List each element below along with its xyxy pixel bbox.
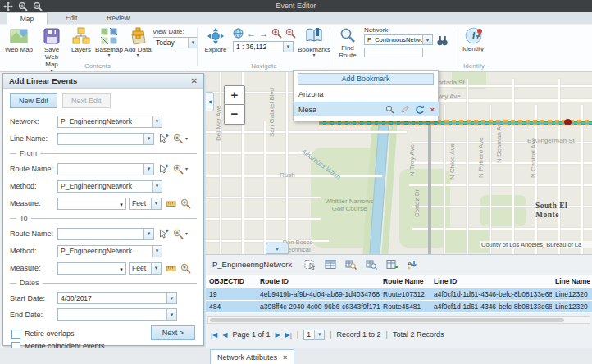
collapse-left-panel-button[interactable] — [206, 92, 214, 111]
page-select[interactable]: 1 — [303, 330, 325, 340]
dropdown-caret-icon[interactable] — [166, 293, 176, 303]
to-measure-unit-select[interactable]: Feet — [129, 262, 162, 275]
next-extent-icon[interactable]: → — [259, 29, 268, 39]
dropdown-caret-icon[interactable] — [143, 229, 153, 239]
table-row[interactable]: 19 4eb9419b-af9b-4d04-ab69-1d403476802b … — [206, 288, 592, 300]
measure-icon[interactable] — [166, 263, 176, 274]
select-on-map-icon[interactable] — [158, 134, 169, 144]
bookmark-item-arizona[interactable]: Arizona — [294, 88, 439, 101]
view-date-select[interactable]: Today — [153, 37, 198, 48]
zoom-out-tool-icon[interactable] — [285, 28, 296, 39]
pan-to-selected-icon[interactable] — [366, 259, 377, 270]
dropdown-caret-icon[interactable] — [422, 35, 432, 44]
globe-icon[interactable] — [233, 28, 244, 39]
dropdown-caret-icon[interactable] — [117, 264, 125, 273]
horizontal-scrollbar[interactable] — [207, 316, 590, 324]
zoom-to-selected-icon[interactable] — [345, 259, 357, 270]
layers-button[interactable]: Layers — [69, 27, 93, 53]
add-data-button[interactable]: Add Data ▾ — [123, 27, 153, 57]
select-on-map-icon[interactable] — [158, 229, 169, 239]
dropdown-caret-icon[interactable]: ▾ — [185, 232, 188, 236]
attribute-table: OBJECTID Route ID Route Name Line ID Lin… — [206, 275, 592, 313]
to-method-select[interactable]: P_EngineeringNetwork — [57, 245, 162, 257]
to-measure-input[interactable] — [57, 262, 126, 275]
from-measure-unit-select[interactable]: Feet — [129, 198, 162, 210]
scrollbar-thumb[interactable] — [210, 318, 564, 322]
column-header[interactable]: Line ID — [430, 275, 552, 288]
select-on-map-icon[interactable] — [158, 164, 169, 175]
close-icon[interactable]: ✕ — [191, 77, 198, 85]
network-select[interactable]: P_ContinuousNetwork — [364, 34, 433, 45]
refresh-bookmark-icon[interactable] — [415, 105, 425, 115]
dropdown-caret-icon[interactable]: ▾ — [185, 137, 188, 141]
collapse-bottom-panel-button[interactable] — [266, 243, 289, 254]
sort-records-icon[interactable]: A — [407, 259, 418, 270]
to-route-name-select[interactable] — [57, 228, 154, 240]
from-route-name-select[interactable] — [57, 163, 154, 175]
column-header[interactable]: Route Name — [380, 275, 430, 288]
dropdown-caret-icon[interactable] — [314, 330, 324, 339]
explore-button[interactable]: Explore — [202, 27, 230, 53]
measure-icon[interactable] — [166, 198, 176, 209]
first-page-icon[interactable]: |◀ — [211, 331, 217, 339]
dropdown-caret-icon[interactable] — [283, 42, 293, 52]
table-row[interactable]: 484 a398ff4c-2940-4c00-96b6-c6343f9f1711… — [206, 300, 592, 312]
end-date-input[interactable] — [57, 308, 177, 321]
next-button[interactable]: Next > — [151, 325, 195, 340]
basemap-button[interactable]: Basemap ▾ — [95, 27, 123, 57]
tab-map[interactable]: Map — [7, 12, 48, 25]
dropdown-caret-icon[interactable] — [166, 309, 176, 320]
dropdown-caret-icon[interactable] — [117, 199, 125, 208]
map-zoom-out-button[interactable]: − — [224, 105, 245, 125]
dropdown-caret-icon[interactable] — [143, 164, 153, 175]
web-map-button[interactable]: Web Map — [3, 27, 34, 53]
zoom-to-route-icon[interactable] — [173, 164, 184, 175]
checkbox-icon[interactable] — [11, 330, 20, 339]
add-bookmark-button[interactable]: Add Bookmark — [298, 73, 434, 85]
attribute-table-icon[interactable] — [325, 259, 336, 270]
zoom-to-bookmark-icon[interactable] — [385, 105, 394, 114]
close-tab-icon[interactable] — [283, 353, 287, 362]
next-edit-button[interactable]: Next Edit — [62, 93, 111, 108]
from-method-select[interactable]: P_EngineeringNetwork — [57, 180, 162, 193]
dropdown-caret-icon[interactable] — [152, 181, 162, 192]
edit-bookmark-icon[interactable] — [400, 105, 409, 114]
dropdown-caret-icon[interactable] — [151, 263, 161, 274]
map-scale-select[interactable]: 1 : 36,112 — [233, 41, 294, 52]
zoom-to-measure-icon[interactable] — [180, 263, 191, 274]
new-edit-button[interactable]: New Edit — [10, 93, 57, 108]
start-date-input[interactable]: 4/30/2017 — [57, 292, 177, 304]
panel-network-select[interactable]: P_EngineeringNetwork — [57, 116, 162, 128]
dropdown-caret-icon[interactable] — [152, 116, 162, 127]
tab-review[interactable]: Review — [95, 12, 141, 25]
previous-extent-icon[interactable]: ← — [247, 29, 256, 39]
find-route-button[interactable]: Find Route — [335, 27, 361, 59]
flag-pin-icon[interactable] — [473, 28, 485, 39]
line-name-select[interactable] — [57, 133, 154, 145]
column-header[interactable]: OBJECTID — [206, 275, 257, 288]
zoom-to-line-icon[interactable] — [173, 134, 184, 144]
tab-edit[interactable]: Edit — [51, 12, 92, 25]
map-zoom-in-button[interactable]: + — [224, 85, 245, 105]
dropdown-caret-icon[interactable]: ▾ — [185, 167, 188, 171]
dropdown-caret-icon[interactable] — [143, 134, 153, 144]
dropdown-caret-icon[interactable] — [152, 246, 162, 257]
previous-page-icon[interactable]: ◀ — [222, 331, 227, 339]
next-page-icon[interactable]: ▶ — [275, 331, 280, 339]
add-record-icon[interactable] — [386, 259, 398, 270]
find-route-input[interactable] — [364, 48, 423, 57]
from-measure-input[interactable] — [57, 198, 126, 210]
zoom-in-tool-icon[interactable] — [271, 28, 282, 39]
zoom-to-measure-icon[interactable] — [180, 198, 191, 209]
column-header[interactable]: Route ID — [257, 275, 380, 288]
bookmarks-button[interactable]: Bookmarks ▾ — [297, 27, 331, 57]
selection-options-icon[interactable] — [304, 259, 316, 270]
delete-bookmark-icon[interactable]: × — [430, 106, 435, 114]
bookmark-item-mesa[interactable]: Mesa × — [294, 102, 439, 116]
column-header[interactable]: Line Name — [552, 275, 592, 288]
binoculars-icon[interactable] — [436, 35, 449, 46]
last-page-icon[interactable]: ▶| — [285, 331, 292, 339]
tab-network-attributes[interactable]: Network Attributes — [210, 349, 294, 364]
zoom-to-route-icon[interactable] — [173, 229, 184, 239]
dropdown-caret-icon[interactable] — [151, 198, 161, 209]
